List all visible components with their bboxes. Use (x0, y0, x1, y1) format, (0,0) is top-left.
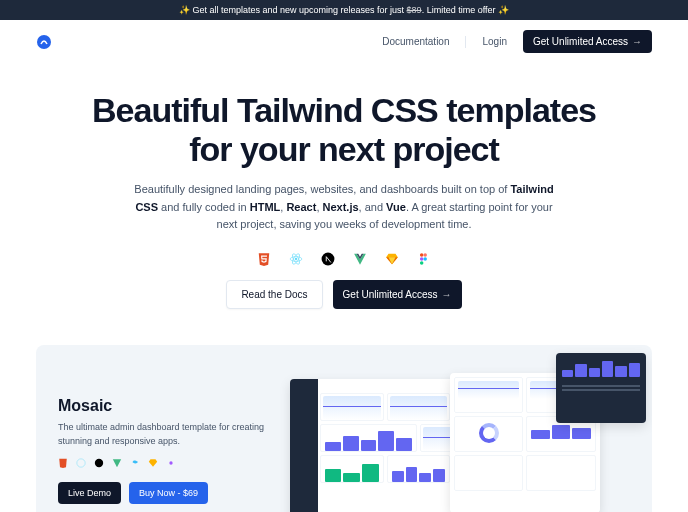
vue-icon (112, 458, 122, 468)
hero-title: Beautiful Tailwind CSS templates for you… (40, 91, 648, 169)
nav-right: Documentation Login Get Unlimited Access… (382, 30, 652, 53)
product-title: Mosaic (58, 397, 274, 415)
banner-text-suffix: . Limited time offer ✨ (422, 5, 509, 15)
banner-price-strike: $89 (407, 5, 422, 15)
svg-point-8 (420, 257, 424, 261)
documentation-link[interactable]: Documentation (382, 36, 449, 47)
arrow-right-icon: → (442, 289, 452, 300)
svg-point-9 (423, 257, 427, 261)
arrow-right-icon: → (632, 36, 642, 47)
html-keyword: HTML (250, 201, 281, 213)
product-buttons: Live Demo Buy Now - $69 (58, 482, 274, 504)
html5-icon (257, 252, 271, 266)
brand-logo[interactable] (36, 34, 52, 50)
cta-row: Read the Docs Get Unlimited Access → (40, 280, 648, 309)
get-access-button-hero[interactable]: Get Unlimited Access → (333, 280, 462, 309)
svg-point-0 (37, 35, 51, 49)
live-demo-button[interactable]: Live Demo (58, 482, 121, 504)
sketch-icon (385, 252, 399, 266)
sketch-icon (148, 458, 158, 468)
dashboard-mockup-dark (556, 353, 646, 423)
buy-now-button[interactable]: Buy Now - $69 (129, 482, 208, 504)
get-access-button[interactable]: Get Unlimited Access → (523, 30, 652, 53)
next-keyword: Next.js (323, 201, 359, 213)
svg-point-11 (77, 459, 85, 467)
tech-icons-row (40, 252, 648, 266)
html5-icon (58, 458, 68, 468)
tailwind-icon (130, 458, 140, 468)
vue-keyword: Vue (386, 201, 406, 213)
get-access-label: Get Unlimited Access (533, 36, 628, 47)
read-docs-button[interactable]: Read the Docs (226, 280, 322, 309)
hero-subtitle: Beautifully designed landing pages, webs… (124, 181, 564, 234)
promo-banner[interactable]: ✨ Get all templates and new upcoming rel… (0, 0, 688, 20)
vue-icon (353, 252, 367, 266)
svg-point-10 (420, 261, 424, 265)
nav-divider (465, 36, 466, 48)
nextjs-icon (321, 252, 335, 266)
product-card-mosaic: Mosaic The ultimate admin dashboard temp… (36, 345, 652, 512)
svg-point-1 (295, 258, 297, 260)
figma-icon (417, 252, 431, 266)
hero-title-line1: Beautiful Tailwind CSS templates (92, 91, 596, 129)
get-access-hero-label: Get Unlimited Access (343, 289, 438, 300)
product-description: The ultimate admin dashboard template fo… (58, 421, 274, 448)
banner-text-prefix: ✨ Get all templates and new upcoming rel… (179, 5, 407, 15)
mockup-sidebar (290, 379, 318, 512)
figma-icon (166, 458, 176, 468)
login-link[interactable]: Login (482, 36, 506, 47)
react-icon (289, 252, 303, 266)
product-info: Mosaic The ultimate admin dashboard temp… (52, 397, 274, 504)
hero-title-line2: for your next project (189, 130, 499, 168)
nextjs-icon (94, 458, 104, 468)
react-icon (76, 458, 86, 468)
product-preview (290, 361, 636, 512)
top-nav: Documentation Login Get Unlimited Access… (0, 20, 688, 63)
product-tech-icons (58, 458, 274, 468)
svg-point-7 (423, 253, 427, 256)
svg-point-6 (420, 253, 424, 256)
svg-point-12 (95, 459, 103, 467)
react-keyword: React (286, 201, 316, 213)
logo-icon (36, 34, 52, 50)
hero-section: Beautiful Tailwind CSS templates for you… (0, 63, 688, 345)
svg-point-13 (169, 462, 172, 465)
